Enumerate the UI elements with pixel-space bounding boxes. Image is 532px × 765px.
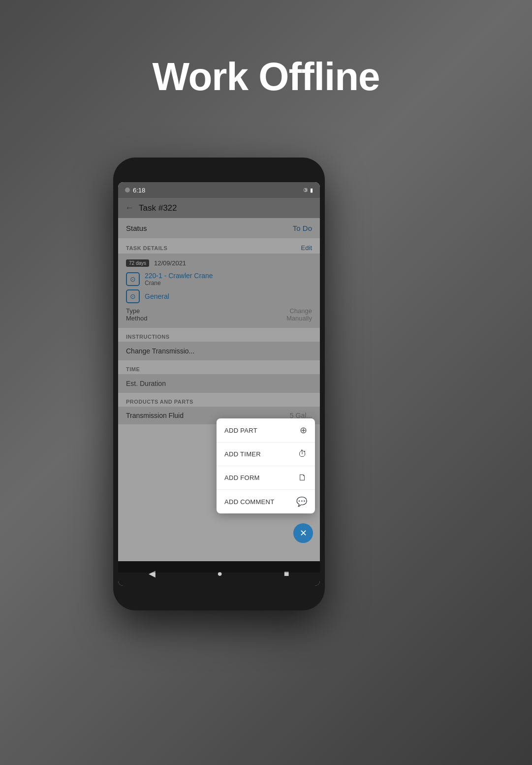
products-header: PRODUCTS AND PARTS [118,395,320,407]
add-part-icon: ⊕ [300,425,307,436]
status-icons: ③ ▮ [303,187,313,193]
phone-screen: 6:18 ③ ▮ ← Task #322 Status To Do TASK D… [118,182,320,586]
add-comment-icon: 💬 [296,496,307,507]
page-title: Work Offline [0,54,532,99]
date-text: 12/09/2021 [154,259,186,267]
add-timer-icon: ⏱ [298,449,307,459]
type-value: Change Manually [286,307,312,322]
status-dot-icon [125,188,130,192]
task-card: 72 days 12/09/2021 ⊙ 220-1 - Crawler Cra… [118,254,320,328]
status-row[interactable]: Status To Do [118,218,320,238]
instructions-card: Change Transmissio... [118,342,320,360]
status-value: To Do [293,224,312,232]
task-details-title: TASK DETAILS [126,245,167,251]
popup-menu[interactable]: ADD PART ⊕ ADD TIMER ⏱ ADD FORM 🗋 ADD CO… [217,418,315,513]
nav-back-icon[interactable]: ◀ [149,568,156,579]
add-comment-label: ADD COMMENT [224,498,275,506]
instructions-section: INSTRUCTIONS Change Transmissio... [118,330,320,360]
est-duration: Est. Duration [126,380,166,387]
back-button[interactable]: ← [125,203,134,213]
add-part-button[interactable]: ADD PART ⊕ [217,418,315,443]
time-title: TIME [126,366,140,372]
add-form-icon: 🗋 [298,473,307,483]
add-timer-button[interactable]: ADD TIMER ⏱ [217,443,315,466]
status-bar-left: 6:18 [125,187,145,194]
asset-row-1: ⊙ 220-1 - Crawler Crane Crane [126,272,312,287]
camera-icon-1: ⊙ [126,272,140,286]
nav-recents-icon[interactable]: ■ [284,569,289,579]
asset-general: General [145,292,169,300]
add-comment-button[interactable]: ADD COMMENT 💬 [217,490,315,513]
date-row: 72 days 12/09/2021 [126,259,312,267]
nav-home-icon[interactable]: ● [217,569,222,579]
status-bar: 6:18 ③ ▮ [118,182,320,198]
add-form-label: ADD FORM [224,474,260,481]
days-badge: 72 days [126,259,149,267]
bottom-nav: ◀ ● ■ [118,561,320,586]
camera-icon-2: ⊙ [126,289,140,303]
asset-type: Crane [145,280,213,287]
time-card: Est. Duration [118,374,320,393]
battery-icon: ▮ [310,187,313,193]
signal-icon: ③ [303,187,308,193]
fab-close-button[interactable]: ✕ [293,523,313,543]
add-form-button[interactable]: ADD FORM 🗋 [217,466,315,490]
task-title: Task #322 [139,203,177,213]
product-name: Transmission Fluid [126,412,184,419]
products-title: PRODUCTS AND PARTS [126,399,193,405]
type-row: Type Method Change Manually [126,307,312,322]
main-content[interactable]: Status To Do TASK DETAILS Edit 72 days 1… [118,218,320,573]
time-section: TIME Est. Duration [118,362,320,393]
close-icon: ✕ [300,528,307,539]
status-time: 6:18 [133,187,145,194]
app-header: ← Task #322 [118,198,320,218]
edit-button[interactable]: Edit [301,244,312,252]
time-header: TIME [118,362,320,374]
asset-name: 220-1 - Crawler Crane [145,272,213,280]
status-label: Status [126,224,147,232]
type-label: Type Method [126,307,147,322]
task-details-header: TASK DETAILS Edit [118,240,320,254]
asset-info-1: 220-1 - Crawler Crane Crane [145,272,213,287]
instructions-title: INSTRUCTIONS [126,334,170,340]
add-part-label: ADD PART [224,427,257,434]
instructions-header: INSTRUCTIONS [118,330,320,342]
asset-row-2: ⊙ General [126,289,312,303]
phone-frame: 6:18 ③ ▮ ← Task #322 Status To Do TASK D… [113,158,325,610]
add-timer-label: ADD TIMER [224,450,261,458]
instructions-text: Change Transmissio... [126,347,194,355]
